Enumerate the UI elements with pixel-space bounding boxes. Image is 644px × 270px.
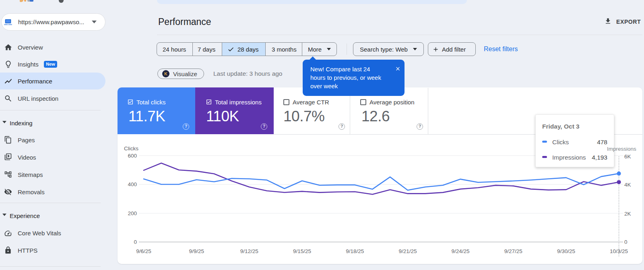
svg-text:600: 600 [128,153,137,159]
svg-text:9/30/25: 9/30/25 [557,248,575,254]
svg-text:200: 200 [128,210,137,216]
svg-text:9/21/25: 9/21/25 [398,248,417,254]
svg-text:2K: 2K [624,211,631,217]
svg-text:4K: 4K [624,182,631,188]
svg-text:0: 0 [624,239,627,245]
svg-text:400: 400 [128,181,137,187]
svg-text:6K: 6K [624,154,631,160]
svg-text:9/24/25: 9/24/25 [451,248,469,254]
svg-text:9/12/25: 9/12/25 [240,248,258,254]
svg-text:9/9/25: 9/9/25 [189,248,204,254]
svg-text:9/18/25: 9/18/25 [346,248,364,254]
svg-text:10/3/25: 10/3/25 [610,248,628,254]
svg-text:9/15/25: 9/15/25 [293,248,311,254]
svg-text:Clicks: Clicks [124,145,138,152]
svg-text:0: 0 [134,239,137,245]
svg-text:9/27/25: 9/27/25 [504,248,522,254]
svg-text:9/6/25: 9/6/25 [136,248,151,254]
